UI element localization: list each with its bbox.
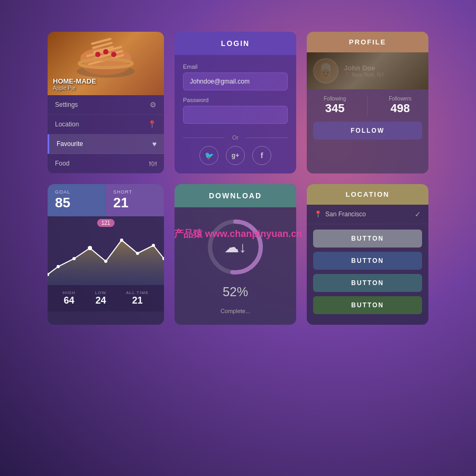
email-input[interactable]: [183, 72, 288, 90]
google-icon: g+: [232, 152, 239, 159]
button-2[interactable]: BUTTON: [313, 252, 422, 270]
follow-button[interactable]: FOLLOW: [313, 122, 422, 140]
chart-area: 121: [48, 216, 164, 285]
password-label: Password: [183, 97, 288, 103]
download-progress-circle: ☁↓: [206, 218, 264, 276]
stats-bottom: HIGH 64 LOW 24 ALL TIME 21: [48, 285, 164, 312]
menu-item-food[interactable]: Food 🍽: [48, 154, 164, 173]
download-body: ☁↓ 52% Complete...: [175, 207, 296, 325]
login-body: Email Password Or 🐦 g+ f: [175, 55, 296, 173]
heart-icon: ♥: [152, 140, 157, 148]
checkmark-icon: ✓: [415, 210, 421, 218]
location-label: Location: [55, 121, 79, 128]
download-icon: ☁↓: [224, 239, 246, 256]
location-pin-icon: 📍: [314, 210, 322, 218]
svg-point-10: [103, 49, 108, 54]
food-icon: 🍽: [149, 159, 157, 168]
download-complete: Complete...: [221, 308, 250, 314]
svg-point-27: [152, 244, 155, 247]
stat-alltime: ALL TIME 21: [126, 290, 149, 306]
facebook-icon: f: [261, 151, 263, 160]
button-3[interactable]: BUTTON: [313, 274, 422, 292]
or-divider: Or: [183, 134, 288, 141]
location-card: LOCATION 📍 San Francisco ✓ BUTTON BUTTON…: [307, 184, 428, 325]
facebook-button[interactable]: f: [252, 146, 271, 165]
svg-point-21: [57, 265, 60, 268]
svg-point-24: [104, 260, 107, 263]
location-header: LOCATION: [307, 184, 428, 205]
stat-followers: Followers 498: [389, 96, 411, 115]
pie-image: [71, 34, 140, 82]
stat-low: LOW 24: [95, 290, 106, 306]
menu-item-location[interactable]: Location 📍: [48, 115, 164, 134]
food-label: Food: [55, 160, 69, 167]
image-title: HOME-MADE: [53, 77, 96, 85]
login-header: LOGIN: [175, 32, 296, 55]
svg-point-26: [136, 252, 139, 255]
stat-following: Following 345: [324, 96, 346, 115]
image-text: HOME-MADE Apple Pie: [53, 77, 96, 91]
svg-point-23: [88, 246, 92, 250]
menu-items: Settings ⚙ Location 📍 Favourite ♥ Food 🍽: [48, 95, 164, 173]
download-card: DOWNLOAD ☁↓ 52% Complete...: [175, 184, 296, 325]
button-4[interactable]: BUTTON: [313, 296, 422, 314]
svg-point-11: [111, 52, 116, 57]
menu-item-favourite[interactable]: Favourite ♥: [48, 134, 164, 154]
email-label: Email: [183, 63, 288, 70]
short-box: SHORT 21: [106, 184, 164, 216]
profile-stats: Following 345 Followers 498: [307, 89, 428, 122]
menu-image: HOME-MADE Apple Pie: [48, 32, 164, 95]
button-1[interactable]: BUTTON: [313, 230, 422, 248]
goal-box: GOAL 85: [48, 184, 106, 216]
google-button[interactable]: g+: [226, 146, 245, 165]
profile-banner: John Doe 📍 New York, NY: [307, 52, 428, 89]
profile-header: PROFILE: [307, 32, 428, 52]
favourite-label: Favourite: [57, 140, 83, 148]
location-row: 📍 San Francisco ✓: [307, 205, 428, 224]
settings-label: Settings: [55, 101, 78, 108]
svg-point-25: [120, 239, 123, 242]
chart-peak-label: 121: [97, 219, 115, 227]
city-label: San Francisco: [325, 210, 366, 218]
location-icon: 📍: [148, 120, 157, 129]
stats-card: GOAL 85 SHORT 21 121: [48, 184, 164, 325]
menu-card: HOME-MADE Apple Pie Settings ⚙ Location …: [48, 32, 164, 173]
twitter-button[interactable]: 🐦: [199, 146, 218, 165]
password-input[interactable]: [183, 106, 288, 124]
buttons-list: BUTTON BUTTON BUTTON BUTTON: [307, 224, 428, 319]
image-subtitle: Apple Pie: [53, 85, 96, 91]
gear-icon: ⚙: [150, 100, 157, 109]
stats-top: GOAL 85 SHORT 21: [48, 184, 164, 216]
download-header: DOWNLOAD: [175, 184, 296, 207]
menu-item-settings[interactable]: Settings ⚙: [48, 95, 164, 115]
watermark: 产品猿 www.chanpinyuan.cn: [174, 227, 302, 240]
svg-point-9: [95, 52, 100, 57]
twitter-icon: 🐦: [205, 151, 214, 160]
svg-point-22: [72, 257, 76, 260]
stat-high: HIGH 64: [63, 290, 76, 306]
social-icons: 🐦 g+ f: [183, 146, 288, 165]
location-left: 📍 San Francisco: [314, 210, 366, 218]
profile-card: PROFILE John Doe: [307, 32, 428, 173]
login-card: LOGIN Email Password Or 🐦 g+ f: [175, 32, 296, 173]
download-percent: 52%: [223, 285, 248, 299]
